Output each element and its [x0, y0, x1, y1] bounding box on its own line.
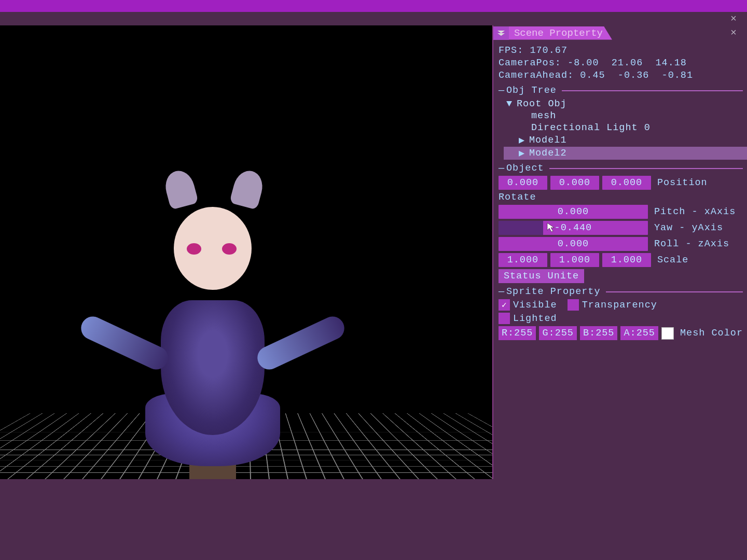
- obj-tree-header[interactable]: —Obj Tree: [499, 85, 743, 96]
- lighted-checkbox[interactable]: [499, 313, 510, 324]
- mesh-color-b-field[interactable]: B:255: [580, 326, 618, 340]
- object-header[interactable]: —Object: [499, 163, 743, 174]
- tree-model2[interactable]: ▶Model2: [504, 147, 747, 160]
- viewport-close-icon[interactable]: ×: [730, 13, 737, 25]
- viewport-3d[interactable]: [0, 25, 493, 479]
- sprite-property-header[interactable]: —Sprite Property: [499, 286, 743, 297]
- transparency-checkbox[interactable]: [568, 299, 579, 311]
- pitch-field[interactable]: 0.000: [499, 205, 648, 219]
- panel-title[interactable]: Scene Propterty: [509, 26, 612, 40]
- mesh-color-a-field[interactable]: A:255: [620, 326, 658, 340]
- window-tab-bar: ×: [0, 12, 747, 25]
- tree-model1[interactable]: ▶Model1: [506, 134, 743, 147]
- model-character: [78, 165, 348, 479]
- camera-pos-readout: CameraPos: -8.00 21.06 14.18: [499, 57, 743, 69]
- lighted-label: Lighted: [513, 313, 557, 324]
- pitch-label: Pitch - xAxis: [654, 206, 736, 217]
- tree-directional-light[interactable]: Directional Light 0: [506, 122, 743, 134]
- mesh-color-r-field[interactable]: R:255: [499, 326, 536, 340]
- scale-x-field[interactable]: 1.000: [499, 253, 547, 267]
- visible-label: Visible: [513, 300, 557, 311]
- mesh-color-label: Mesh Color: [680, 328, 743, 339]
- roll-field[interactable]: 0.000: [499, 237, 648, 251]
- visible-checkbox[interactable]: ✓: [499, 299, 510, 311]
- roll-label: Roll - zAxis: [654, 239, 729, 249]
- status-unite-button[interactable]: Status Unite: [499, 269, 584, 283]
- mesh-color-g-field[interactable]: G:255: [539, 326, 577, 340]
- fps-readout: FPS: 170.67: [499, 45, 743, 57]
- tree-mesh[interactable]: mesh: [506, 110, 743, 122]
- scale-y-field[interactable]: 1.000: [550, 253, 599, 267]
- tree-root-obj[interactable]: ▼Root Obj: [506, 98, 743, 110]
- rotate-label: Rotate: [499, 192, 743, 203]
- position-y-field[interactable]: 0.000: [550, 176, 599, 190]
- panel-menu-icon[interactable]: [493, 26, 509, 40]
- top-menu-bar: [0, 0, 747, 12]
- yaw-field[interactable]: -0.440: [499, 221, 648, 235]
- panel-close-icon[interactable]: ×: [730, 27, 737, 39]
- transparency-label: Transparency: [582, 300, 657, 311]
- position-z-field[interactable]: 0.000: [602, 176, 651, 190]
- position-x-field[interactable]: 0.000: [499, 176, 547, 190]
- camera-ahead-readout: CameraAhead: 0.45 -0.36 -0.81: [499, 69, 743, 82]
- scale-z-field[interactable]: 1.000: [602, 253, 651, 267]
- scene-property-panel: Scene Propterty × FPS: 170.67 CameraPos:…: [493, 25, 747, 560]
- mesh-color-swatch[interactable]: [661, 327, 674, 340]
- yaw-label: Yaw - yAxis: [654, 222, 723, 233]
- position-label: Position: [657, 177, 708, 188]
- scale-label: Scale: [657, 255, 689, 265]
